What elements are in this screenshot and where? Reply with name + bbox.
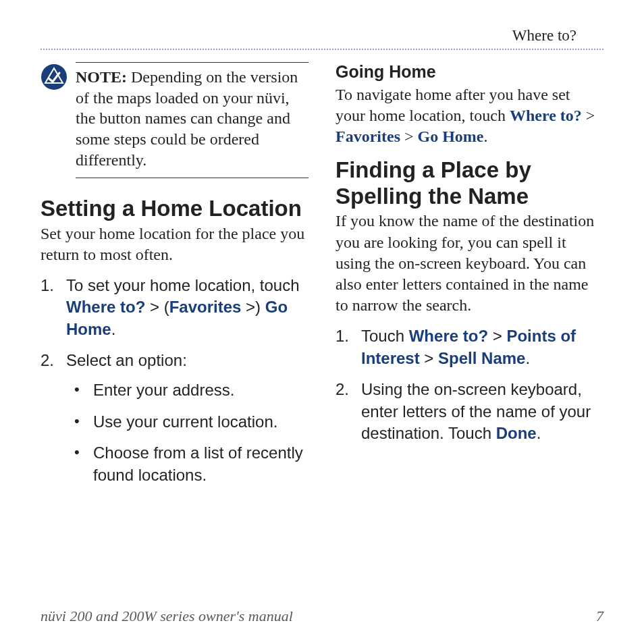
find-step-2: Using the on-screen keyboard, enter lett… [336, 379, 603, 444]
step-2-text: Select an option: [66, 351, 187, 369]
right-column: Going Home To navigate home after you ha… [336, 62, 603, 495]
step-1: To set your home location, touch Where t… [41, 275, 308, 340]
finding-place-intro: If you know the name of the destination … [336, 211, 603, 316]
setting-home-steps: To set your home location, touch Where t… [41, 275, 308, 486]
header-rule [41, 49, 603, 50]
nav-where-to: Where to? [66, 298, 145, 316]
option-current-location: Use your current location. [66, 411, 308, 433]
setting-home-intro: Set your home location for the place you… [41, 223, 308, 265]
option-recent: Choose from a list of recently found loc… [66, 442, 308, 486]
left-column: NOTE: Depending on the version of the ma… [41, 62, 308, 495]
options-list: Enter your address. Use your current loc… [66, 379, 308, 486]
nav-done: Done [496, 424, 537, 442]
running-head: Where to? [41, 27, 603, 49]
footer-title: nüvi 200 and 200W series owner's manual [41, 608, 293, 625]
finding-steps: Touch Where to? > Points of Interest > S… [336, 325, 603, 444]
note-text: NOTE: Depending on the version of the ma… [76, 62, 308, 178]
page-footer: nüvi 200 and 200W series owner's manual … [41, 608, 603, 625]
manual-page: Where to? NOTE: Depending on the version… [0, 0, 644, 644]
two-column-layout: NOTE: Depending on the version of the ma… [41, 62, 603, 495]
find-step-2-text: Using the on-screen keyboard, enter lett… [361, 380, 591, 442]
step-1-text: To set your home location, touch [66, 276, 300, 294]
nav-favorites: Favorites [169, 298, 242, 316]
nav-where-to-2: Where to? [510, 107, 582, 124]
page-number: 7 [596, 608, 603, 625]
heading-going-home: Going Home [336, 62, 603, 82]
nav-spell-name: Spell Name [438, 349, 525, 367]
nav-go-home-2: Go Home [418, 128, 484, 145]
option-address: Enter your address. [66, 379, 308, 401]
note-label: NOTE: [76, 68, 127, 86]
note-block: NOTE: Depending on the version of the ma… [41, 62, 308, 178]
going-home-text: To navigate home after you have set your… [336, 84, 603, 148]
note-icon [41, 63, 68, 90]
find-step-1-text: Touch [361, 327, 409, 345]
step-2: Select an option: Enter your address. Us… [41, 350, 308, 486]
heading-setting-home: Setting a Home Location [41, 196, 308, 222]
find-step-1: Touch Where to? > Points of Interest > S… [336, 325, 603, 369]
nav-favorites-2: Favorites [336, 128, 400, 145]
nav-where-to-3: Where to? [409, 327, 488, 345]
heading-finding-place: Finding a Place by Spelling the Name [336, 157, 603, 210]
